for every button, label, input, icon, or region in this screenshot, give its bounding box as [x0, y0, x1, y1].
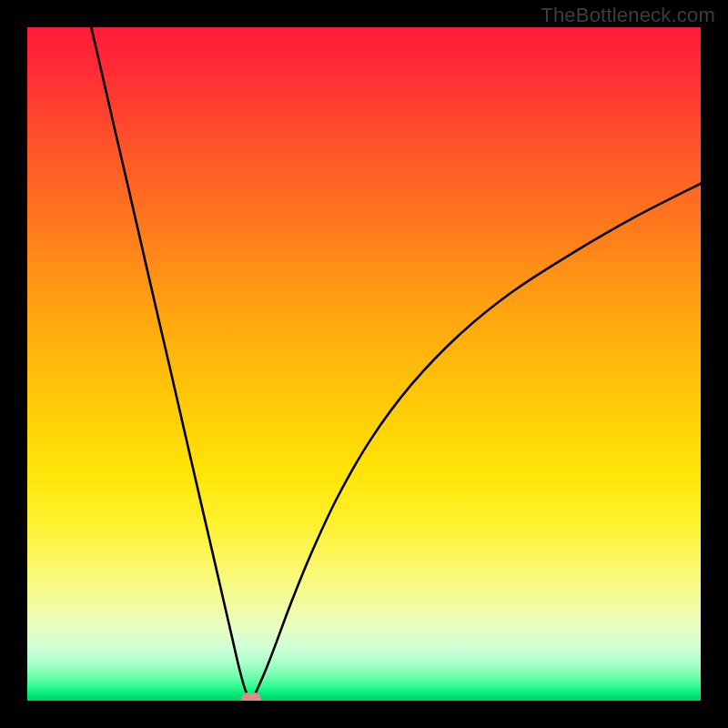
curve-svg [27, 27, 701, 701]
watermark-text: TheBottleneck.com [541, 4, 715, 27]
chart-frame: TheBottleneck.com [0, 0, 728, 728]
plot-area [27, 27, 701, 701]
bottleneck-curve [91, 27, 701, 700]
optimal-marker-icon [241, 693, 261, 701]
